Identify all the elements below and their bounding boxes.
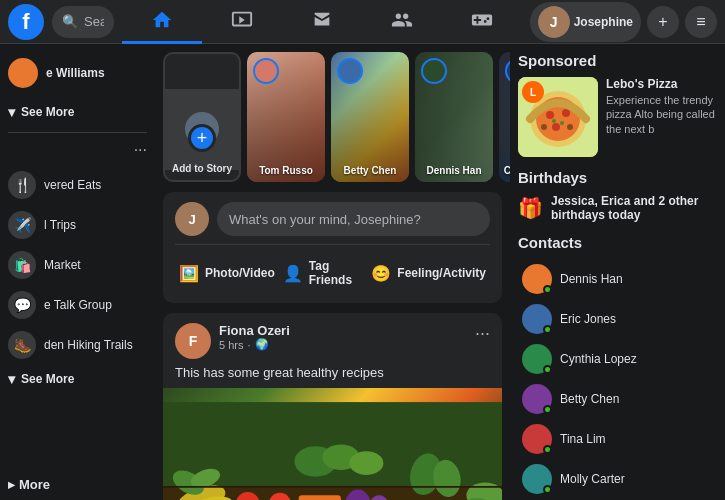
sidebar-user-name: e Williams (46, 66, 105, 80)
sidebar-user-avatar (8, 58, 38, 88)
search-box[interactable]: 🔍 (52, 6, 114, 38)
svg-point-27 (349, 451, 383, 475)
contact-name-2: Cynthia Lopez (560, 352, 637, 366)
post-box: J What's on your mind, Josephine? 🖼️ Pho… (163, 192, 502, 303)
top-navigation: f 🔍 J Josephine + ≡ (0, 0, 725, 44)
birthday-text: Jessica, Erica and 2 other birthdays tod… (551, 194, 717, 222)
contact-avatar-2 (522, 344, 552, 374)
contact-avatar-0 (522, 264, 552, 294)
nav-groups-button[interactable] (362, 0, 442, 44)
story-card-1[interactable]: Tom Russo (247, 52, 325, 182)
online-indicator-3 (543, 405, 552, 414)
sidebar-item-4[interactable]: 🥾 den Hiking Trails (0, 325, 155, 365)
online-indicator-5 (543, 485, 552, 494)
facebook-logo: f (8, 4, 44, 40)
svg-point-37 (567, 124, 573, 130)
contact-item-3[interactable]: Betty Chen (518, 379, 717, 419)
tag-friends-button[interactable]: 👤 Tag Friends (279, 253, 368, 293)
birthday-label-2: birthdays today (551, 208, 640, 222)
svg-rect-10 (299, 495, 341, 500)
story-avatar-1 (253, 58, 279, 84)
sponsored-image: L (518, 77, 598, 157)
contact-item-4[interactable]: Tina Lim (518, 419, 717, 459)
sidebar-item-1[interactable]: ✈️ l Trips (0, 205, 155, 245)
sponsored-logo: L (522, 81, 544, 103)
sidebar-item-0[interactable]: 🍴 vered Eats (0, 165, 155, 205)
sidebar-user-item[interactable]: e Williams (0, 52, 155, 94)
contact-avatar-3 (522, 384, 552, 414)
sidebar-item-3[interactable]: 💬 e Talk Group (0, 285, 155, 325)
sidebar-dots[interactable]: ··· (0, 139, 155, 161)
add-story-label: Add to Story (165, 163, 239, 174)
sidebar-item-icon-3: 💬 (8, 291, 36, 319)
story-name-3: Dennis Han (415, 165, 493, 176)
story-card-3[interactable]: Dennis Han (415, 52, 493, 182)
story-card-4[interactable]: Cynthia Lopez (499, 52, 510, 182)
post-text-0: This has some great healthy recipes (163, 365, 502, 388)
feed: + Add to Story Tom Russo Betty Chen Denn… (155, 44, 510, 500)
user-profile-button[interactable]: J Josephine (530, 2, 641, 42)
post-user-avatar-0: F (175, 323, 211, 359)
main-layout: e Williams ▾ See More ··· 🍴 vered Eats ✈… (0, 44, 725, 500)
feeling-activity-button[interactable]: 😊 Feeling/Activity (367, 253, 490, 293)
add-story-icon: + (188, 124, 216, 152)
nav-watch-button[interactable] (202, 0, 282, 44)
svg-point-38 (552, 119, 556, 123)
contact-avatar-1 (522, 304, 552, 334)
sidebar-item-2[interactable]: 🛍️ Market (0, 245, 155, 285)
sponsored-card[interactable]: L Lebo's Pizza Experience the trendy piz… (518, 77, 717, 157)
sidebar-item-label-2: Market (44, 258, 81, 272)
menu-button[interactable]: ≡ (685, 6, 717, 38)
sidebar-section-2: 🍴 vered Eats ✈️ l Trips 🛍️ Market 💬 e Ta… (0, 165, 155, 393)
sponsored-title: Sponsored (518, 52, 717, 69)
post-options-button-0[interactable]: ··· (475, 323, 490, 344)
nav-home-button[interactable] (122, 0, 202, 44)
see-more-label-1: See More (21, 105, 74, 119)
tag-label: Tag Friends (309, 259, 364, 287)
contact-item-5[interactable]: Molly Carter (518, 459, 717, 499)
nav-center (122, 0, 522, 44)
see-more-button-1[interactable]: ▾ See More (0, 98, 155, 126)
contact-item-1[interactable]: Eric Jones (518, 299, 717, 339)
post-header-0: F Fiona Ozeri 5 hrs · 🌍 ··· (163, 313, 502, 365)
sponsored-section: Sponsored (518, 52, 717, 157)
user-avatar: J (538, 6, 570, 38)
post-input[interactable]: What's on your mind, Josephine? (217, 202, 490, 236)
story-avatar-2 (337, 58, 363, 84)
svg-point-39 (560, 121, 564, 125)
story-name-2: Betty Chen (331, 165, 409, 176)
post-box-top: J What's on your mind, Josephine? (175, 202, 490, 236)
add-button[interactable]: + (647, 6, 679, 38)
birthday-names: Jessica, Erica and 2 other (551, 194, 698, 208)
sidebar-item-icon-4: 🥾 (8, 331, 36, 359)
feed-post-0: F Fiona Ozeri 5 hrs · 🌍 ··· This has som… (163, 313, 502, 500)
add-story-card[interactable]: + Add to Story (163, 52, 241, 182)
contacts-section: Contacts Dennis Han Eric Jones (518, 234, 717, 499)
contact-name-3: Betty Chen (560, 392, 619, 406)
story-card-2[interactable]: Betty Chen (331, 52, 409, 182)
svg-point-36 (541, 124, 547, 130)
story-name-1: Tom Russo (247, 165, 325, 176)
photo-icon: 🖼️ (179, 264, 199, 283)
search-input[interactable] (84, 14, 104, 29)
nav-left: f 🔍 (0, 4, 122, 40)
contact-item-2[interactable]: Cynthia Lopez (518, 339, 717, 379)
post-box-avatar: J (175, 202, 209, 236)
feeling-label: Feeling/Activity (397, 266, 486, 280)
sponsored-description: Experience the trendy pizza Alto being c… (606, 93, 717, 136)
stories-row: + Add to Story Tom Russo Betty Chen Denn… (163, 52, 502, 182)
sidebar-section-1: ▾ See More (0, 98, 155, 126)
more-button[interactable]: ▸ More (0, 469, 155, 500)
contact-item-0[interactable]: Dennis Han (518, 259, 717, 299)
story-avatar-3 (421, 58, 447, 84)
photo-video-button[interactable]: 🖼️ Photo/Video (175, 253, 279, 293)
post-time-0: 5 hrs (219, 339, 243, 351)
post-user-info-0: Fiona Ozeri 5 hrs · 🌍 (219, 323, 467, 351)
nav-gaming-button[interactable] (442, 0, 522, 44)
nav-marketplace-button[interactable] (282, 0, 362, 44)
see-more-button-2[interactable]: ▾ See More (0, 365, 155, 393)
post-public-icon: 🌍 (255, 338, 269, 351)
post-placeholder: What's on your mind, Josephine? (229, 212, 421, 227)
sponsored-name: Lebo's Pizza (606, 77, 717, 91)
story-name-4: Cynthia Lopez (499, 165, 510, 176)
